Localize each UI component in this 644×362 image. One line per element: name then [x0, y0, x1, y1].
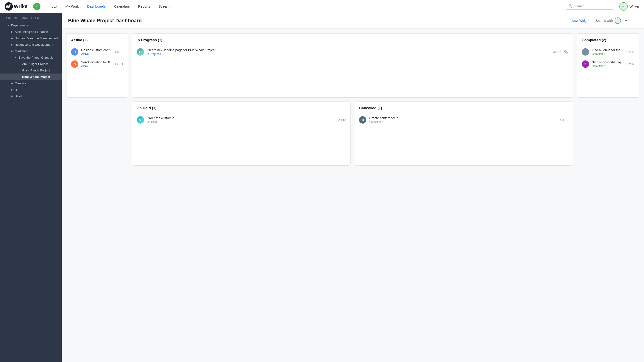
chevron-marketing	[10, 49, 14, 53]
widget-cancelled-title: Cancelled (1)	[359, 106, 568, 110]
nav-reports[interactable]: Reports	[134, 2, 154, 10]
nav-mywork[interactable]: My Work	[62, 2, 82, 10]
shared-check-avatar: ✓	[614, 17, 621, 24]
task-item[interactable]: F Find a venue for the... Completed Oct …	[582, 46, 634, 58]
shared-check-icon: ✓	[616, 19, 619, 22]
nav-stream[interactable]: Stream	[155, 2, 173, 10]
chevron-accounting	[10, 30, 14, 33]
search-icon: 🔍	[568, 4, 573, 8]
chevron-sales	[10, 94, 14, 98]
task-avatar: S	[71, 60, 78, 68]
sidebar-item-accounting[interactable]: Accounting and Finance	[0, 28, 62, 35]
task-date: Oct 12	[553, 50, 561, 53]
sidebar-label-marketing: Marketing	[15, 49, 28, 53]
sidebar-label-departments: Departments	[11, 24, 29, 27]
sidebar-item-departments[interactable]: Departments	[0, 22, 62, 28]
nav-items: Inbox My Work Dashboards Calendars Repor…	[45, 2, 562, 10]
task-item[interactable]: S Send invitation to Bl... Active Oct 11	[71, 58, 123, 70]
task-name: Send invitation to Bl...	[81, 60, 112, 64]
attachment-icon: 📎	[564, 50, 568, 54]
task-item[interactable]: O Order the custom c... On Hold Oct 12	[136, 114, 346, 126]
task-name: Sign sponsorship ag...	[592, 60, 624, 64]
nav-calendars[interactable]: Calendars	[110, 2, 134, 10]
column-mid: In Progress (1) C Create new landing pag…	[132, 33, 573, 166]
row-mid-bottom: On Hold (1) O Order the custom c... On H…	[132, 101, 573, 166]
widget-on-hold-title: On Hold (1)	[136, 106, 346, 110]
task-name: Order the custom c...	[147, 116, 335, 120]
more-options-button[interactable]: ···	[631, 17, 638, 24]
content-header: Blue Whale Project Dashboard + New Widge…	[62, 13, 644, 29]
add-button[interactable]: +	[33, 3, 40, 10]
new-widget-button[interactable]: + New Widget	[566, 17, 592, 24]
task-status: Active	[81, 65, 112, 68]
logo[interactable]: W ✓ Wrike	[4, 2, 28, 10]
page-title: Blue Whale Project Dashboard	[68, 18, 566, 24]
task-info: Sign sponsorship ag... Completed	[592, 60, 624, 68]
user-badge[interactable]: ✓ Wriker	[620, 2, 640, 10]
sidebar-item-sales[interactable]: Sales	[0, 93, 62, 99]
column-right: Completed (2) F Find a venue for the... …	[577, 33, 640, 98]
user-name: Wriker	[630, 4, 640, 8]
sidebar-label-giantpanda: Giant Panda Project	[22, 69, 50, 72]
logo-text: Wrike	[14, 3, 28, 9]
task-item[interactable]: D Design custom conf... Active Oct 12	[71, 46, 123, 58]
content-area: Blue Whale Project Dashboard + New Widge…	[62, 13, 644, 362]
widget-completed: Completed (2) F Find a venue for the... …	[577, 33, 640, 98]
task-avatar: O	[136, 116, 144, 124]
sidebar-item-bluewhale[interactable]: Blue Whale Project	[0, 73, 62, 80]
task-info: Send invitation to Bl... Active	[81, 60, 112, 68]
task-item[interactable]: C Create conference a... Cancelled Oct 1…	[359, 114, 568, 126]
task-date: Oct 11	[115, 62, 123, 66]
task-status: Cancelled	[369, 120, 557, 124]
sidebar-label-sales: Sales	[15, 94, 22, 98]
sidebar-item-rd[interactable]: Research and Development	[0, 41, 62, 48]
widget-in-progress: In Progress (1) C Create new landing pag…	[132, 33, 573, 98]
search-area[interactable]: 🔍	[566, 3, 613, 10]
sidebar: Save the Planet Team Departments Account…	[0, 13, 62, 362]
sidebar-label-accounting: Accounting and Finance	[15, 30, 48, 33]
main-layout: Save the Planet Team Departments Account…	[0, 13, 644, 362]
sidebar-label-rd: Research and Development	[15, 43, 53, 46]
task-date: Oct 12	[626, 62, 634, 66]
sidebar-item-creative[interactable]: Creative	[0, 80, 62, 86]
sidebar-label-bluewhale: Blue Whale Project	[22, 75, 50, 79]
nav-dashboards[interactable]: Dashboards	[84, 2, 110, 10]
chevron-it	[10, 88, 14, 91]
svg-text:✓: ✓	[10, 4, 11, 6]
chevron-departments	[6, 23, 10, 27]
sidebar-item-marketing[interactable]: Marketing	[0, 48, 62, 54]
task-info: Design custom conf... Active	[81, 48, 112, 56]
task-status: On Hold	[147, 120, 335, 124]
search-input[interactable]	[574, 4, 611, 8]
task-info: Create new landing page for Blue Whale P…	[147, 48, 550, 56]
task-info: Order the custom c... On Hold	[147, 116, 335, 124]
task-date: Oct 12	[560, 118, 568, 122]
task-status: In Progress	[147, 52, 550, 56]
task-status: Completed	[592, 52, 624, 56]
task-item[interactable]: C Create new landing page for Blue Whale…	[136, 46, 568, 58]
task-avatar: F	[582, 48, 589, 56]
widget-active: Active (2) D Design custom conf... Activ…	[66, 33, 128, 98]
sidebar-item-it[interactable]: IT	[0, 86, 62, 93]
sidebar-item-giantpanda[interactable]: Giant Panda Project	[0, 67, 62, 73]
task-status: Completed	[592, 65, 624, 68]
sidebar-item-amurtiger[interactable]: Amur Tiger Project	[0, 61, 62, 67]
sidebar-label-creative: Creative	[15, 82, 26, 85]
chevron-hr	[10, 36, 14, 40]
sidebar-item-hr[interactable]: Human Resource Management	[0, 35, 62, 41]
top-navigation: W ✓ Wrike + Inbox My Work Dashboards Cal…	[0, 0, 644, 13]
dashboard-grid: Active (2) D Design custom conf... Activ…	[62, 29, 644, 362]
shared-with: Shared with ✓ + ···	[596, 17, 638, 24]
sidebar-item-saveplanet[interactable]: Save the Planet Campaign	[0, 54, 62, 61]
widget-completed-title: Completed (2)	[582, 38, 634, 42]
sidebar-team-label: Save the Planet Team	[0, 16, 62, 22]
task-item[interactable]: S Sign sponsorship ag... Completed Oct 1…	[582, 58, 634, 70]
add-shared-button[interactable]: +	[623, 17, 629, 24]
task-name: Find a venue for the...	[592, 48, 624, 52]
widget-in-progress-title: In Progress (1)	[136, 38, 568, 42]
task-date: Oct 12	[338, 118, 346, 122]
nav-inbox[interactable]: Inbox	[45, 2, 61, 10]
widget-on-hold: On Hold (1) O Order the custom c... On H…	[132, 101, 351, 166]
task-avatar: S	[582, 60, 589, 68]
chevron-rd	[10, 43, 14, 46]
